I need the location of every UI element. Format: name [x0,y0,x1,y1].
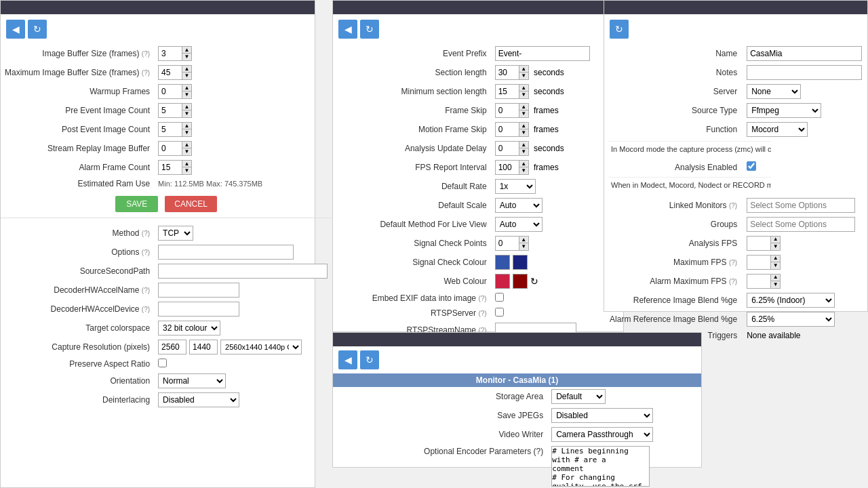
frame-skip-down[interactable]: ▼ [519,110,528,117]
method-select[interactable]: TCP UDP [158,226,193,241]
warmup-frames-down[interactable]: ▼ [182,92,191,98]
default-rate-select[interactable]: 1x 2x 5x [495,179,536,194]
alarm-frame-up[interactable]: ▲ [182,161,191,167]
target-colorspace-select[interactable]: 32 bit colour 24 bit colour Grayscale [158,321,220,336]
alarm-maximum-fps-down[interactable]: ▼ [770,281,780,288]
bottom-back-button[interactable]: ◀ [338,350,357,369]
groups-input[interactable] [747,217,855,232]
pre-event-spinner[interactable]: 5 ▲ ▼ [158,103,192,118]
decoder-hw-accel-name-input[interactable] [158,283,239,298]
decoder-hw-accel-device-help[interactable]: (?) [142,306,150,313]
source-second-path-input[interactable] [158,264,328,279]
embed-exif-help[interactable]: (?) [478,295,486,302]
server-select[interactable]: None [747,84,801,99]
analysis-update-delay-spinner[interactable]: 0 ▲ ▼ [495,141,529,156]
image-buffer-up[interactable]: ▲ [182,47,191,54]
maximum-fps-up[interactable]: ▲ [770,256,780,262]
signal-color-swatch-2[interactable] [513,255,528,270]
save-jpegs-select[interactable]: Disabled Enabled [551,408,653,423]
alarm-frame-down[interactable]: ▼ [182,167,191,174]
signal-check-points-spinner[interactable]: 0 ▲ ▼ [495,236,529,251]
fps-report-interval-down[interactable]: ▼ [519,167,528,174]
maximum-fps-spinner[interactable]: ▲ ▼ [747,255,781,270]
decoder-hw-accel-device-input[interactable] [158,302,239,317]
rtsp-server-checkbox[interactable] [495,308,504,317]
function-select[interactable]: Mocord Monitor Modect Record Nodect [747,122,808,137]
web-color-refresh-icon[interactable]: ↻ [530,276,538,287]
post-event-up[interactable]: ▲ [182,123,191,129]
post-event-spinner[interactable]: 5 ▲ ▼ [158,122,192,137]
preserve-aspect-checkbox[interactable] [158,359,167,367]
right-refresh-button[interactable]: ↻ [610,20,629,39]
min-section-length-spinner[interactable]: 15 ▲ ▼ [495,84,529,99]
max-image-buffer-down[interactable]: ▼ [182,73,191,79]
section-length-spinner[interactable]: 30 ▲ ▼ [495,65,529,80]
capture-res-width-input[interactable]: 2560 [158,340,186,354]
save-button[interactable]: SAVE [115,196,158,212]
web-color-swatch-1[interactable] [495,274,510,289]
pre-event-up[interactable]: ▲ [182,104,191,110]
event-prefix-input[interactable]: Event- [495,46,590,61]
alarm-frame-spinner[interactable]: 15 ▲ ▼ [158,160,192,175]
source-type-select[interactable]: Ffmpeg LibVLC Local [747,103,821,118]
motion-frame-skip-up[interactable]: ▲ [519,123,528,129]
min-section-length-up[interactable]: ▲ [519,85,528,92]
analysis-enabled-checkbox[interactable] [747,161,756,171]
default-method-select[interactable]: Auto MJPEG [495,217,542,232]
alarm-maximum-fps-help[interactable]: (?) [729,278,737,285]
linked-monitors-input[interactable] [747,198,855,213]
analysis-fps-up[interactable]: ▲ [770,237,780,243]
stream-replay-up[interactable]: ▲ [182,142,191,148]
bottom-refresh-button[interactable]: ↻ [360,350,379,369]
post-event-down[interactable]: ▼ [182,129,191,136]
pre-event-down[interactable]: ▼ [182,110,191,117]
name-input[interactable]: CasaMia [747,46,862,61]
stream-replay-spinner[interactable]: 0 ▲ ▼ [158,141,192,156]
fps-report-interval-up[interactable]: ▲ [519,161,528,167]
refresh-button[interactable]: ↻ [28,20,47,39]
signal-color-swatch-1[interactable] [495,255,510,270]
max-image-buffer-spinner[interactable]: 45 ▲ ▼ [158,65,192,80]
alarm-maximum-fps-spinner[interactable]: ▲ ▼ [747,274,781,289]
reference-image-blend-select[interactable]: 6.25% (Indoor) 12.5% 25% [747,293,835,308]
encoder-params-textarea[interactable]: # Lines beginning with # are a comment #… [551,446,650,487]
image-buffer-size-spinner[interactable]: 3 ▲ ▼ [158,46,192,61]
signal-check-points-up[interactable]: ▲ [519,237,528,243]
analysis-update-delay-up[interactable]: ▲ [519,142,528,148]
method-help-icon[interactable]: (?) [142,230,150,237]
options-input[interactable] [158,245,294,260]
section-length-down[interactable]: ▼ [519,73,528,79]
linked-monitors-help[interactable]: (?) [729,202,737,209]
maximum-fps-help[interactable]: (?) [729,259,737,266]
decoder-hw-accel-name-help[interactable]: (?) [142,287,150,294]
max-image-buffer-help-icon[interactable]: (?) [142,69,150,77]
min-section-length-down[interactable]: ▼ [519,92,528,98]
frame-skip-spinner[interactable]: 0 ▲ ▼ [495,103,529,118]
cancel-button[interactable]: CANCEL [165,196,217,212]
warmup-frames-spinner[interactable]: 0 ▲ ▼ [158,84,192,99]
analysis-fps-down[interactable]: ▼ [770,243,780,250]
options-help-icon[interactable]: (?) [142,249,150,256]
signal-check-points-down[interactable]: ▼ [519,243,528,250]
web-color-swatch-2[interactable] [513,274,528,289]
motion-frame-skip-spinner[interactable]: 0 ▲ ▼ [495,122,529,137]
embed-exif-checkbox[interactable] [495,293,504,302]
default-scale-select[interactable]: Auto 100% 50% [495,198,542,213]
middle-back-button[interactable]: ◀ [338,20,357,39]
image-buffer-help-icon[interactable]: (?) [142,50,150,58]
max-image-buffer-up[interactable]: ▲ [182,66,191,73]
alarm-maximum-fps-up[interactable]: ▲ [770,274,780,281]
analysis-fps-spinner[interactable]: ▲ ▼ [747,236,781,251]
image-buffer-down[interactable]: ▼ [182,54,191,60]
storage-area-select[interactable]: Default [551,389,606,404]
analysis-update-delay-down[interactable]: ▼ [519,148,528,155]
stream-replay-down[interactable]: ▼ [182,148,191,155]
capture-res-height-input[interactable]: 1440 [189,340,218,354]
frame-skip-up[interactable]: ▲ [519,104,528,110]
deinterlacing-select[interactable]: Disabled Enabled [158,392,239,407]
warmup-frames-up[interactable]: ▲ [182,85,191,92]
notes-input[interactable] [747,65,862,80]
section-length-up[interactable]: ▲ [519,66,528,73]
video-writer-select[interactable]: Camera Passthrough Encode [551,427,653,442]
fps-report-interval-spinner[interactable]: 100 ▲ ▼ [495,160,529,175]
